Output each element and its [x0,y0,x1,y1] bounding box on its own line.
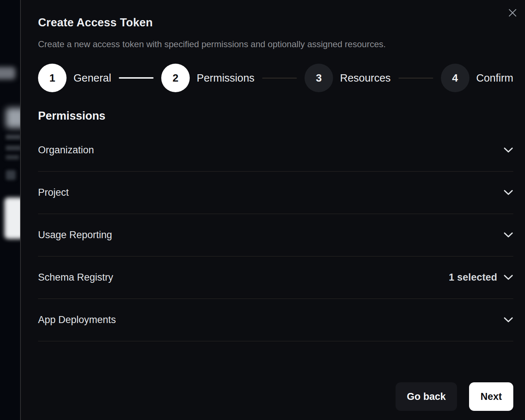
accordion-row-project[interactable]: Project [38,172,513,214]
stepper-step-permissions[interactable]: 2 Permissions [161,64,254,92]
stepper: 1 General 2 Permissions 3 Resources 4 Co… [38,64,513,92]
background-blur-fragment [4,198,20,239]
close-button[interactable] [507,7,518,18]
accordion-row-label: Project [38,187,69,198]
step-label: Resources [340,72,391,84]
modal-title: Create Access Token [38,0,513,29]
page-background: Create Access Token Create a new access … [0,0,525,420]
step-label: Permissions [197,72,254,84]
background-blur-fragment [6,170,16,180]
next-button[interactable]: Next [469,382,513,411]
section-heading: Permissions [38,109,513,123]
footer-actions: Go back Next [396,382,513,411]
background-blur-fragment [6,146,20,150]
accordion-row-label: Usage Reporting [38,229,112,241]
stepper-step-confirm[interactable]: 4 Confirm [441,64,514,92]
create-access-token-modal: Create Access Token Create a new access … [20,0,525,420]
stepper-connector [399,78,433,79]
background-blur-fragment [6,135,20,139]
accordion-row-schema-registry[interactable]: Schema Registry 1 selected [38,256,513,299]
step-number-badge: 3 [305,64,333,92]
chevron-down-icon [503,232,513,238]
stepper-connector [262,78,297,79]
background-blur-fragment [6,108,20,128]
step-label: General [73,72,111,84]
accordion-row-label: Organization [38,145,94,156]
background-blur-fragment [6,155,19,160]
accordion-row-usage-reporting[interactable]: Usage Reporting [38,214,513,256]
permissions-accordion: Organization Project Usage Reporting [38,129,513,341]
chevron-down-icon [503,147,513,153]
accordion-row-label: App Deployments [38,314,116,326]
step-label: Confirm [476,72,514,84]
step-number-badge: 4 [441,64,469,92]
chevron-down-icon [503,274,513,281]
stepper-connector [119,77,154,79]
stepper-step-resources[interactable]: 3 Resources [305,64,391,92]
chevron-down-icon [503,190,513,196]
go-back-button[interactable]: Go back [396,382,457,411]
selection-count-badge: 1 selected [449,272,497,283]
background-blur-fragment [0,67,15,79]
step-number-badge: 1 [38,64,67,92]
background-page-strip [0,0,20,420]
accordion-row-app-deployments[interactable]: App Deployments [38,299,513,341]
chevron-down-icon [503,317,513,323]
accordion-row-organization[interactable]: Organization [38,129,513,172]
close-icon [508,8,517,17]
step-number-badge: 2 [161,64,190,92]
stepper-step-general[interactable]: 1 General [38,64,111,92]
accordion-row-label: Schema Registry [38,272,113,283]
modal-subtitle: Create a new access token with specified… [38,39,513,49]
